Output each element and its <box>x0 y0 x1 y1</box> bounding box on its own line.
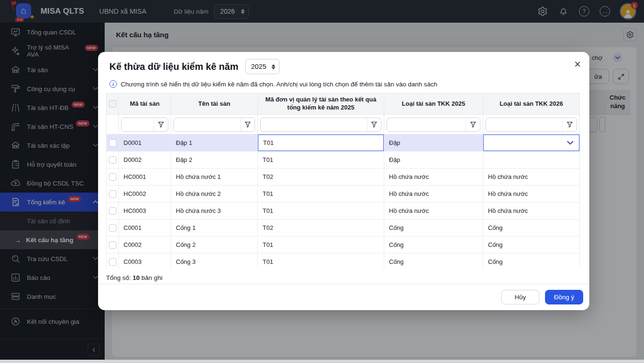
table-row[interactable]: C0003 Cống 3 T01 Cống Cống <box>106 253 586 270</box>
focused-cell-editor[interactable]: T01 <box>258 135 384 151</box>
cell-ma-tai-san[interactable]: C0002 <box>119 236 171 253</box>
row-checkbox[interactable] <box>109 258 116 266</box>
row-checkbox[interactable] <box>109 139 116 147</box>
info-icon: i <box>109 80 117 88</box>
filter-funnel-icon[interactable] <box>466 118 480 131</box>
confirm-button[interactable]: Đồng ý <box>545 290 583 304</box>
table-rows: D0001 Đập 1 T01 Đập D0002 Đập 2 T01 Đập <box>106 135 586 270</box>
total-label: Tổng số: <box>106 274 131 281</box>
modal-title: Kế thừa dữ liệu kiểm kê năm <box>109 61 239 72</box>
cell-ma-don-vi[interactable]: T01 <box>258 203 384 219</box>
column-header: Loại tài sản TKK 2026 <box>483 93 580 115</box>
row-checkbox[interactable] <box>109 224 116 232</box>
spinner-arrows-icon <box>272 64 275 69</box>
cell-ten-tai-san[interactable]: Cống 1 <box>171 219 258 236</box>
cell-ten-tai-san[interactable]: Hồ chứa nước 2 <box>171 186 258 203</box>
cell-ma-don-vi[interactable]: T01 <box>258 186 384 203</box>
cell-ten-tai-san[interactable]: Cống 2 <box>171 236 258 253</box>
modal-info-text: Chương trình sẽ hiển thị dữ liệu kiểm kê… <box>121 81 438 88</box>
cell-loai-2025[interactable]: Đập <box>384 152 483 169</box>
cell-ma-don-vi[interactable]: T02 <box>258 169 384 186</box>
filter-cell-empty <box>106 115 119 135</box>
cell-loai-2025[interactable]: Hồ chứa nước <box>384 203 483 219</box>
row-checkbox[interactable] <box>109 190 116 198</box>
filter-input-ten-tai-san[interactable] <box>174 118 240 131</box>
cell-ma-don-vi[interactable]: T01 <box>258 236 384 253</box>
cell-loai-2026[interactable] <box>483 135 580 152</box>
cell-loai-2026[interactable] <box>483 152 580 169</box>
filter-input-ma-don-vi[interactable] <box>261 118 367 131</box>
modal-footer: Hủy Đồng ý <box>98 284 589 310</box>
cell-loai-2025[interactable]: Hồ chứa nước <box>384 169 483 186</box>
cell-ma-tai-san[interactable]: C0001 <box>119 219 171 236</box>
cell-loai-2026[interactable]: Hồ chứa nước <box>483 169 580 186</box>
cell-loai-2026[interactable]: Hồ chứa nước <box>483 203 580 219</box>
table-row[interactable]: HC0001 Hồ chứa nước 1 T02 Hồ chứa nước H… <box>106 169 586 186</box>
cancel-button[interactable]: Hủy <box>501 290 539 304</box>
cell-loai-2025[interactable]: Đập <box>384 135 483 152</box>
filter-funnel-icon[interactable] <box>367 118 381 131</box>
column-header: Loại tài sản TKK 2025 <box>384 93 483 115</box>
column-header: Mã đơn vị quản lý tài sản theo kết quả t… <box>258 93 384 115</box>
total-value: 10 <box>132 274 140 281</box>
app-root: ⌂ ★ 2.9 MISA QLTS UBND xã MISA Dữ liệu n… <box>0 0 644 363</box>
filter-input-loai-tkk-2026[interactable] <box>486 118 562 131</box>
type-dropdown[interactable] <box>483 135 579 151</box>
table-row[interactable]: HC0003 Hồ chứa nước 3 T01 Hồ chứa nước H… <box>106 203 586 219</box>
filter-input-ma-tai-san[interactable] <box>122 118 154 131</box>
cell-ten-tai-san[interactable]: Hồ chứa nước 1 <box>171 169 258 186</box>
row-checkbox[interactable] <box>109 173 116 181</box>
column-header: Mã tài sản <box>119 93 171 115</box>
cell-ten-tai-san[interactable]: Đập 2 <box>171 152 258 169</box>
cell-loai-2026[interactable]: Cống <box>483 253 580 270</box>
table-row[interactable]: HC0002 Hồ chứa nước 2 T01 Hồ chứa nước H… <box>106 186 586 203</box>
bottom-strip <box>0 360 644 363</box>
cell-loai-2025[interactable]: Cống <box>384 236 483 253</box>
cell-ten-tai-san[interactable]: Cống 3 <box>171 253 258 270</box>
filter-funnel-icon[interactable] <box>562 118 577 131</box>
cell-ma-tai-san[interactable]: HC0001 <box>119 169 171 186</box>
modal-year-select[interactable]: 2025 <box>245 59 280 74</box>
cell-loai-2025[interactable]: Cống <box>384 253 483 270</box>
cell-ma-don-vi[interactable]: T02 <box>258 219 384 236</box>
table-row[interactable]: C0002 Cống 2 T01 Cống Cống <box>106 236 586 253</box>
select-all-checkbox[interactable] <box>109 100 116 108</box>
cell-ten-tai-san[interactable]: Đập 1 <box>171 135 258 152</box>
row-checkbox[interactable] <box>109 207 116 215</box>
row-checkbox[interactable] <box>109 156 116 164</box>
cell-loai-2026[interactable]: Cống <box>483 219 580 236</box>
modal-table: Mã tài sản Tên tài sản Mã đơn vị quản lý… <box>106 93 586 270</box>
cell-ma-don-vi[interactable]: T01 <box>258 152 384 169</box>
modal-total: Tổng số: 10 bản ghi <box>98 270 589 281</box>
column-header: Tên tài sản <box>171 93 258 115</box>
cell-ma-tai-san[interactable]: HC0003 <box>119 203 171 219</box>
cell-ma-tai-san[interactable]: C0003 <box>119 253 171 270</box>
table-row[interactable]: C0001 Cống 1 T02 Cống Cống <box>106 219 586 236</box>
cell-ma-don-vi[interactable]: T01 <box>258 135 384 152</box>
table-row[interactable]: D0001 Đập 1 T01 Đập <box>106 135 586 152</box>
table-row[interactable]: D0002 Đập 2 T01 Đập <box>106 152 586 169</box>
inherit-data-modal: Kế thừa dữ liệu kiểm kê năm 2025 × i Chư… <box>98 52 589 310</box>
filter-funnel-icon[interactable] <box>240 118 255 131</box>
cell-loai-2026[interactable]: Hồ chứa nước <box>483 186 580 203</box>
cell-ma-tai-san[interactable]: D0002 <box>119 152 171 169</box>
cell-ma-don-vi[interactable]: T01 <box>258 253 384 270</box>
cell-loai-2026[interactable]: Cống <box>483 236 580 253</box>
cell-loai-2025[interactable]: Cống <box>384 219 483 236</box>
row-checkbox[interactable] <box>109 241 116 249</box>
filter-input-loai-tkk-2025[interactable] <box>387 118 466 131</box>
select-all-header-cell <box>106 93 119 115</box>
cell-ma-tai-san[interactable]: HC0002 <box>119 186 171 203</box>
cell-loai-2025[interactable]: Hồ chứa nước <box>384 186 483 203</box>
total-unit: bản ghi <box>141 274 162 281</box>
filter-funnel-icon[interactable] <box>154 118 168 131</box>
close-icon[interactable]: × <box>574 59 581 70</box>
modal-year-value: 2025 <box>251 63 266 70</box>
cell-ten-tai-san[interactable]: Hồ chứa nước 3 <box>171 203 258 219</box>
cell-ma-tai-san[interactable]: D0001 <box>119 135 171 152</box>
